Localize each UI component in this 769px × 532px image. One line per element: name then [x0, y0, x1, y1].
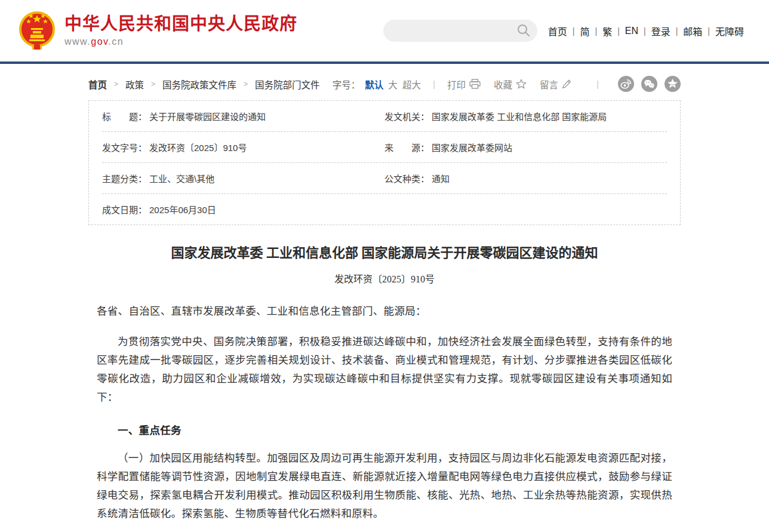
meta-value: 通知	[432, 172, 450, 184]
breadcrumb-separator: >	[114, 80, 118, 88]
font-size-default[interactable]: 默认	[365, 78, 383, 91]
toolbar-actions: 字号： 默认 大 超大 | 打印 收藏	[333, 76, 681, 92]
meta-value: 发改环资〔2025〕910号	[149, 141, 247, 153]
wechat-share-icon[interactable]	[641, 76, 657, 92]
site-header: 中华人民共和国中央人民政府 www.gov.cn 首页 | 简 | 繁 |	[0, 0, 769, 64]
pencil-icon	[562, 79, 571, 89]
star-icon	[516, 79, 527, 89]
site-url: www.gov.cn	[64, 36, 297, 47]
nav-accessibility[interactable]: 无障碍	[715, 24, 744, 38]
share-buttons	[611, 76, 681, 92]
url-www: www.	[64, 36, 91, 47]
nav-login[interactable]: 登录	[651, 24, 670, 38]
nav-separator: |	[676, 26, 678, 36]
meta-label: 发文字号：	[102, 141, 147, 153]
toolbar: 首页 > 政策 > 国务院政策文件库 > 国务院部门文件 字号： 默认 大 超大…	[88, 76, 681, 92]
url-cn: .cn	[108, 36, 124, 47]
favorite-button[interactable]: 收藏	[494, 78, 527, 91]
toolbar-separator: |	[596, 79, 599, 90]
meta-row: 主题分类： 工业、交通\其他 公文种类： 通知	[102, 163, 667, 194]
section-heading-1: 一、重点任务	[97, 422, 672, 437]
print-button[interactable]: 打印	[447, 78, 481, 91]
breadcrumb: 首页 > 政策 > 国务院政策文件库 > 国务院部门文件	[88, 78, 320, 91]
font-size-label: 字号：	[333, 78, 361, 91]
meta-label: 成文日期：	[102, 203, 147, 216]
comment-label: 留言	[540, 78, 558, 91]
article-paragraph-2: （一）加快园区用能结构转型。加强园区及周边可再生能源开发利用，支持园区与周边非化…	[97, 449, 672, 523]
meta-value: 2025年06月30日	[149, 203, 216, 216]
meta-label: 来 源：	[384, 141, 429, 153]
meta-label: 公文种类：	[384, 172, 429, 184]
meta-date: 成文日期： 2025年06月30日	[102, 203, 384, 216]
meta-source: 来 源： 国家发展改革委网站	[384, 141, 667, 153]
meta-value: 国家发展改革委网站	[432, 141, 512, 153]
search-icon	[516, 30, 531, 39]
breadcrumb-separator: >	[151, 80, 155, 88]
meta-topic-category: 主题分类： 工业、交通\其他	[102, 172, 384, 184]
url-gov: gov	[91, 36, 108, 47]
search-input[interactable]	[383, 20, 537, 42]
document-body: 国家发展改革委 工业和信息化部 国家能源局关于开展零碳园区建设的通知 发改环资〔…	[88, 244, 681, 532]
print-label: 打印	[447, 78, 466, 91]
meta-value: 工业、交通\其他	[149, 172, 214, 184]
printer-icon	[469, 79, 481, 89]
main-content: 首页 > 政策 > 国务院政策文件库 > 国务院部门文件 字号： 默认 大 超大…	[0, 76, 769, 532]
meta-label: 主题分类：	[102, 172, 147, 184]
meta-label: 发文机关：	[384, 110, 429, 122]
nav-english[interactable]: EN	[625, 26, 638, 36]
meta-row: 成文日期： 2025年06月30日	[102, 194, 667, 225]
nav-traditional[interactable]: 繁	[602, 24, 612, 38]
meta-label: 标 题：	[102, 110, 147, 122]
search-box	[383, 20, 537, 42]
article-title: 国家发展改革委 工业和信息化部 国家能源局关于开展零碳园区建设的通知	[97, 244, 672, 263]
national-emblem-icon	[18, 10, 56, 52]
document-meta-table: 标 题： 关于开展零碳园区建设的通知 发文机关： 国家发展改革委 工业和信息化部…	[88, 100, 681, 225]
meta-title: 标 题： 关于开展零碳园区建设的通知	[102, 110, 384, 122]
breadcrumb-department-documents: 国务院部门文件	[255, 78, 320, 91]
article-paragraph-1: 为贯彻落实党中央、国务院决策部署，积极稳妥推进碳达峰碳中和，加快经济社会发展全面…	[97, 333, 672, 407]
article-salutation: 各省、自治区、直辖市发展改革委、工业和信息化主管部门、能源局：	[97, 302, 672, 321]
breadcrumb-separator: >	[244, 80, 248, 88]
favorite-label: 收藏	[494, 78, 512, 91]
nav-home[interactable]: 首页	[548, 24, 567, 38]
search-button[interactable]	[516, 23, 531, 39]
site-logo[interactable]: 中华人民共和国中央人民政府 www.gov.cn	[18, 10, 297, 52]
nav-separator: |	[617, 26, 620, 36]
comment-button[interactable]: 留言	[540, 78, 571, 91]
meta-issuing-agency: 发文机关： 国家发展改革委 工业和信息化部 国家能源局	[384, 110, 667, 122]
meta-empty-cell	[384, 203, 667, 216]
toolbar-separator: |	[433, 79, 435, 90]
font-size-large[interactable]: 大	[388, 78, 398, 91]
nav-separator: |	[595, 26, 598, 36]
nav-separator: |	[708, 26, 710, 36]
top-nav: 首页 | 简 | 繁 | EN | 登录 | 邮箱 | 无障碍	[548, 24, 744, 38]
meta-value: 关于开展零碳园区建设的通知	[149, 110, 266, 122]
qzone-share-icon[interactable]	[665, 76, 681, 92]
meta-row: 发文字号： 发改环资〔2025〕910号 来 源： 国家发展改革委网站	[102, 132, 667, 163]
weibo-share-icon[interactable]	[618, 76, 634, 92]
article-doc-number: 发改环资〔2025〕910号	[97, 271, 672, 285]
breadcrumb-policy-library[interactable]: 国务院政策文件库	[162, 78, 236, 91]
meta-document-number: 发文字号： 发改环资〔2025〕910号	[102, 141, 384, 153]
meta-value: 国家发展改革委 工业和信息化部 国家能源局	[432, 110, 607, 122]
meta-document-type: 公文种类： 通知	[384, 172, 667, 184]
nav-simplified[interactable]: 简	[580, 24, 589, 38]
site-title: 中华人民共和国中央人民政府	[64, 14, 297, 34]
nav-separator: |	[573, 26, 575, 36]
nav-separator: |	[644, 26, 646, 36]
font-size-xlarge[interactable]: 超大	[402, 78, 421, 91]
breadcrumb-home[interactable]: 首页	[88, 78, 107, 91]
nav-mail[interactable]: 邮箱	[683, 24, 702, 38]
breadcrumb-policy[interactable]: 政策	[125, 78, 144, 91]
meta-row: 标 题： 关于开展零碳园区建设的通知 发文机关： 国家发展改革委 工业和信息化部…	[102, 101, 667, 132]
